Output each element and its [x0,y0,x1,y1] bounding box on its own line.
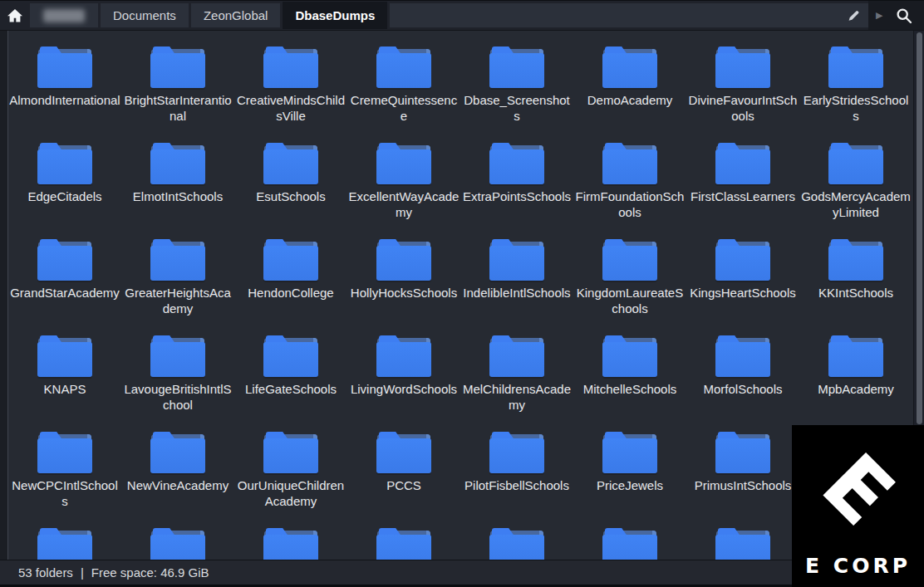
folder-item[interactable]: PCCS [347,432,460,528]
folder-item[interactable]: IndelibleIntlSchools [460,239,573,335]
folder-label: GreaterHeightsAcademy [122,285,233,316]
folder-icon [150,143,205,184]
folder-item[interactable]: KingdomLaureateSchools [573,239,686,335]
ecorp-watermark: E E CORP [792,425,924,587]
breadcrumb-documents[interactable]: Documents [101,3,189,27]
folder-item[interactable]: MorfolSchools [686,335,799,432]
folder-item[interactable]: PriceJewels [573,432,686,528]
home-icon [7,7,23,24]
folder-item[interactable] [686,528,799,560]
folder-label: EarlyStridesSchools [800,92,912,124]
folder-label: OurUniqueChildrenAcademy [235,477,346,509]
folder-label: Dbase_Screenshots [461,92,573,124]
folder-item[interactable]: AlmondInternational [8,46,121,143]
breadcrumb-label: Documents [113,8,176,22]
folder-item[interactable]: ElmotIntSchools [121,143,234,239]
folder-item[interactable]: HollyHocksSchools [347,239,460,335]
folder-label: EsutSchools [256,188,325,204]
vertical-scrollbar-thumb[interactable] [917,32,922,424]
folder-item[interactable] [8,528,121,560]
folder-item[interactable] [460,528,573,560]
folder-label: PriceJewels [597,477,663,493]
folder-item[interactable]: EdgeCitadels [8,143,121,239]
folder-icon [150,239,205,281]
folder-label: ExcellentWayAcademy [348,188,460,220]
folder-item[interactable]: NewVineAcademy [121,432,234,528]
folder-item[interactable]: OurUniqueChildrenAcademy [234,432,347,528]
folder-label: GrandStarAcademy [10,285,120,301]
path-bar-empty-area[interactable] [390,3,868,27]
folder-icon [489,143,544,184]
folder-label: BrightStarInterantional [122,92,233,124]
home-button[interactable] [0,1,30,30]
folder-label: MpbAcademy [818,381,894,397]
folder-icon [263,239,318,281]
folder-label: LavougeBritishIntlSchool [122,381,233,413]
file-view: AlmondInternational BrightStarInterantio… [0,31,924,560]
folder-icon [489,335,544,377]
folder-label: DemoAcademy [587,92,673,108]
folder-item[interactable]: LavougeBritishIntlSchool [121,335,234,432]
folder-icon [37,46,92,88]
folder-item[interactable]: KingsHeartSchools [686,239,799,335]
folder-icon [489,46,544,88]
folder-label: HollyHocksSchools [351,285,457,301]
folder-item[interactable]: FirstClassLearners [686,143,799,239]
folder-item[interactable] [573,528,686,560]
folder-item[interactable]: FirmFoundationSchools [573,143,686,239]
folder-item[interactable]: MpbAcademy [799,335,912,432]
folder-item[interactable]: DivineFavourIntSchools [686,46,799,143]
folder-item[interactable]: MitchelleSchools [573,335,686,432]
folder-icon [489,528,544,560]
folder-item[interactable]: LivingWordSchools [347,335,460,432]
folder-icon [150,528,205,560]
chevron-right-icon[interactable]: ▶ [876,11,882,20]
folder-icon [263,143,318,184]
breadcrumb-zeonglobal[interactable]: ZeonGlobal [191,3,281,27]
edit-location-button[interactable] [838,3,868,27]
folder-item[interactable]: GrandStarAcademy [8,239,121,335]
folder-item[interactable]: PrimusIntSchools [686,432,799,528]
folder-item[interactable]: GreaterHeightsAcademy [121,239,234,335]
folder-item[interactable]: ExtraPointsSchools [460,143,573,239]
folder-item[interactable] [121,528,234,560]
folder-icon [263,528,318,560]
folder-item[interactable]: BrightStarInterantional [121,46,234,143]
folder-item[interactable]: NewCPCIntlSchools [8,432,121,528]
folder-label: PCCS [386,477,421,493]
folder-item[interactable]: DemoAcademy [573,46,686,143]
folder-item[interactable]: PilotFisbellSchools [460,432,573,528]
folder-item[interactable] [234,528,347,560]
folder-item[interactable]: HendonCollege [234,239,347,335]
pencil-icon [846,8,861,23]
folder-icon [37,239,92,281]
folder-item[interactable] [347,528,460,560]
folder-label: AlmondInternational [9,92,120,108]
left-gutter [0,31,8,560]
folder-item[interactable]: ExcellentWayAcademy [347,143,460,239]
folder-label: PrimusIntSchools [695,477,792,493]
folder-label: KKIntSchools [818,285,893,301]
folder-item[interactable]: EarlyStridesSchools [799,46,912,143]
folder-icon [828,46,883,88]
folder-item[interactable]: CremeQuintessence [347,46,460,143]
folder-icon [602,528,657,560]
folder-item[interactable]: CreativeMindsChildsVille [234,46,347,143]
search-button[interactable] [892,3,917,28]
folder-label: LivingWordSchools [351,381,457,397]
folder-item[interactable]: LifeGateSchools [234,335,347,432]
status-separator: | [81,565,84,580]
breadcrumb-dbasedumps-active[interactable]: DbaseDumps [283,2,387,29]
folder-icon [489,239,544,281]
breadcrumb-label: DbaseDumps [295,8,375,22]
folder-item[interactable]: Dbase_Screenshots [460,46,573,143]
folder-item[interactable]: KKIntSchools [799,239,912,335]
folder-icon [376,46,431,88]
breadcrumb-user-blurred[interactable] [30,3,98,27]
folder-item[interactable]: GodsMercyAcademyLimited [799,143,912,239]
folder-icon [828,335,883,377]
ecorp-logo-icon: E [792,432,924,548]
folder-item[interactable]: EsutSchools [234,143,347,239]
folder-item[interactable]: MelChildrensAcademy [460,335,573,432]
folder-item[interactable]: KNAPS [8,335,121,432]
